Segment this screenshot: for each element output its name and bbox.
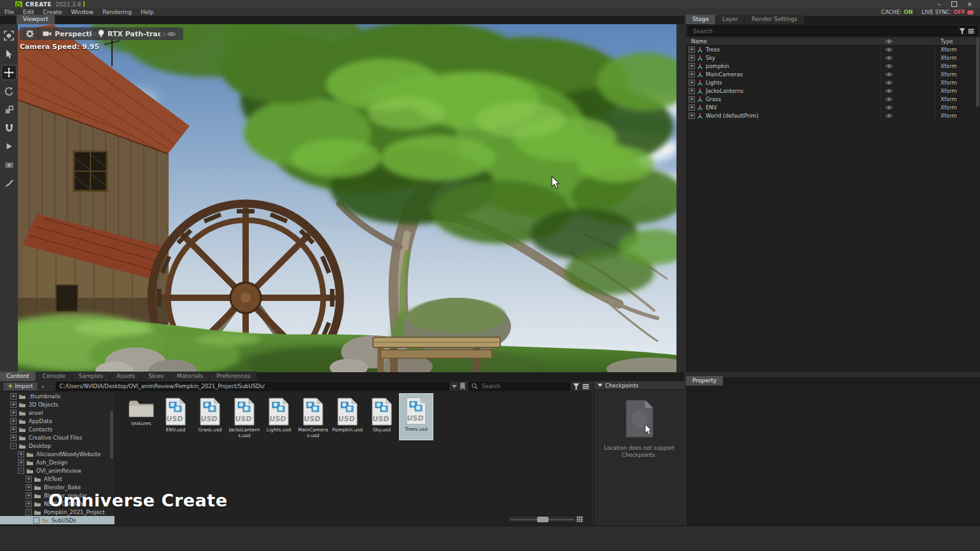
selection-mode-icon[interactable] [2, 29, 16, 43]
expand-icon[interactable]: + [10, 435, 17, 441]
expand-icon[interactable]: + [10, 426, 17, 433]
minimize-button[interactable]: – [938, 1, 941, 8]
folder-tree-scrollbar[interactable] [110, 411, 113, 459]
play-icon[interactable] [2, 139, 16, 153]
close-button[interactable]: × [967, 1, 972, 8]
expand-icon[interactable]: + [689, 71, 695, 78]
path-bar[interactable] [56, 382, 449, 391]
menu-window[interactable]: Window [66, 9, 98, 15]
expand-icon[interactable]: + [689, 113, 695, 119]
expand-icon[interactable]: + [10, 401, 17, 408]
tab-viewport[interactable]: Viewport [17, 15, 55, 24]
file-pompkin-usd[interactable]: Pompkin.usd [330, 394, 365, 442]
stage-item-pompkin[interactable]: + pompkin Xform [686, 62, 980, 71]
scale-tool-icon[interactable] [2, 102, 16, 116]
move-tool-icon[interactable] [2, 66, 16, 80]
viewport-3d-scene[interactable]: Perspective RTX Path-traced Camera Speed… [18, 24, 676, 372]
back-button[interactable]: ‹ [41, 383, 46, 390]
folder-aliciaandwoodywebsite[interactable]: + AliciaandWoodyWebsite [0, 450, 115, 458]
column-type[interactable]: Type [935, 38, 980, 45]
import-button[interactable]: + Import [3, 382, 38, 391]
file-sky-usd[interactable]: Sky.usd [365, 394, 399, 442]
menu-file[interactable]: File [0, 9, 18, 15]
expand-icon[interactable]: + [689, 63, 695, 69]
slider-handle[interactable] [537, 517, 549, 522]
file-textures[interactable]: textures [124, 394, 158, 442]
folder-alttext[interactable]: + AltText [0, 475, 115, 483]
collapse-icon[interactable]: - [18, 468, 24, 474]
visibility-eye-icon[interactable] [885, 72, 893, 77]
maximize-button[interactable] [951, 1, 957, 7]
path-dropdown-icon[interactable] [452, 385, 457, 388]
select-cursor-icon[interactable] [2, 47, 16, 61]
stage-item-sky[interactable]: + Sky Xform [686, 54, 980, 62]
expand-icon[interactable]: + [689, 55, 695, 61]
expand-icon[interactable]: + [10, 410, 17, 416]
expand-icon[interactable]: + [689, 96, 695, 102]
visibility-eye-icon[interactable] [885, 55, 893, 60]
visibility-eye-icon[interactable] [885, 97, 893, 102]
folder-creative-cloud-files[interactable]: + Creative Cloud Files [0, 433, 115, 442]
file-lights-usd[interactable]: Lights.usd [262, 394, 296, 442]
folder-subusds-selected[interactable]: SubUSDs [0, 516, 115, 524]
stage-search-input[interactable] [692, 27, 956, 35]
checkpoints-header[interactable]: Checkpoints [594, 381, 685, 390]
expand-icon[interactable]: + [10, 418, 17, 424]
tab-console[interactable]: Console [36, 372, 72, 381]
tab-stage[interactable]: Stage [686, 15, 715, 24]
folder-3d-objects[interactable]: + 3D Objects [0, 400, 115, 408]
bookmark-icon[interactable] [459, 382, 466, 391]
visibility-eye-icon[interactable] [885, 105, 893, 110]
tab-layer[interactable]: Layer [716, 15, 745, 24]
tab-samples[interactable]: Samples [73, 372, 109, 381]
expand-icon[interactable] [33, 517, 39, 524]
expand-icon[interactable]: + [689, 80, 695, 86]
stage-scrollbar[interactable] [976, 37, 979, 107]
content-search-input[interactable] [480, 382, 567, 390]
expand-icon[interactable]: + [18, 451, 24, 457]
tab-skies[interactable]: Skies [142, 372, 170, 381]
tab-assets[interactable]: Assets [110, 372, 141, 381]
file-jackolanterns-usd[interactable]: JackoLanterns.usd [227, 394, 262, 442]
stage-item-env[interactable]: + ENV Xform [686, 104, 980, 112]
folder-thumbnails[interactable]: + .thumbnails [0, 392, 115, 400]
menu-help[interactable]: Help [136, 9, 158, 15]
thumbnail-size-slider[interactable] [510, 519, 574, 520]
stage-item-maincameras[interactable]: + MainCameras Xform [686, 71, 980, 79]
tab-content[interactable]: Content [0, 372, 36, 381]
visibility-eye-icon[interactable] [885, 88, 893, 94]
tab-preferences[interactable]: Preferences [210, 372, 256, 381]
stage-search[interactable] [689, 26, 977, 36]
visibility-eye-icon[interactable] [885, 80, 893, 85]
content-search[interactable] [468, 382, 570, 391]
visibility-eye-icon[interactable] [885, 113, 893, 118]
visibility-options-button[interactable] [160, 27, 183, 40]
expand-icon[interactable]: + [25, 476, 32, 482]
stage-item-jackolanterns[interactable]: + JackoLanterns Xform [686, 87, 980, 95]
collapse-icon[interactable]: - [25, 509, 32, 515]
expand-icon[interactable]: + [25, 492, 32, 499]
folder-ansel[interactable]: + ansel [0, 408, 115, 417]
folder-contacts[interactable]: + Contacts [0, 425, 115, 433]
options-menu-icon[interactable] [968, 28, 974, 34]
paint-brush-icon[interactable] [2, 176, 16, 190]
collapse-icon[interactable]: - [10, 443, 17, 449]
snap-magnet-icon[interactable] [2, 121, 16, 135]
visibility-eye-icon[interactable] [885, 47, 893, 52]
file-grass-usd[interactable]: Grass.usd [193, 394, 227, 442]
list-view-icon[interactable] [582, 383, 589, 390]
forward-button[interactable]: › [48, 383, 53, 390]
menu-rendering[interactable]: Rendering [98, 9, 136, 15]
expand-icon[interactable]: + [689, 46, 695, 53]
expand-icon[interactable]: + [25, 484, 32, 491]
path-input[interactable] [57, 383, 449, 389]
file-trees-usd-selected[interactable]: Trees.usd [399, 393, 433, 440]
tab-materials[interactable]: Materials [171, 372, 209, 381]
folder-ovi-animreview[interactable]: - OVI_animReview [0, 466, 115, 475]
stage-item-lights[interactable]: + Lights Xform [686, 79, 980, 87]
visibility-eye-icon[interactable] [885, 64, 893, 69]
grid-view-icon[interactable] [577, 516, 583, 522]
filter-icon[interactable] [959, 28, 965, 34]
file-env-usd[interactable]: ENV.usd [158, 394, 193, 442]
tab-property[interactable]: Property [686, 376, 723, 386]
